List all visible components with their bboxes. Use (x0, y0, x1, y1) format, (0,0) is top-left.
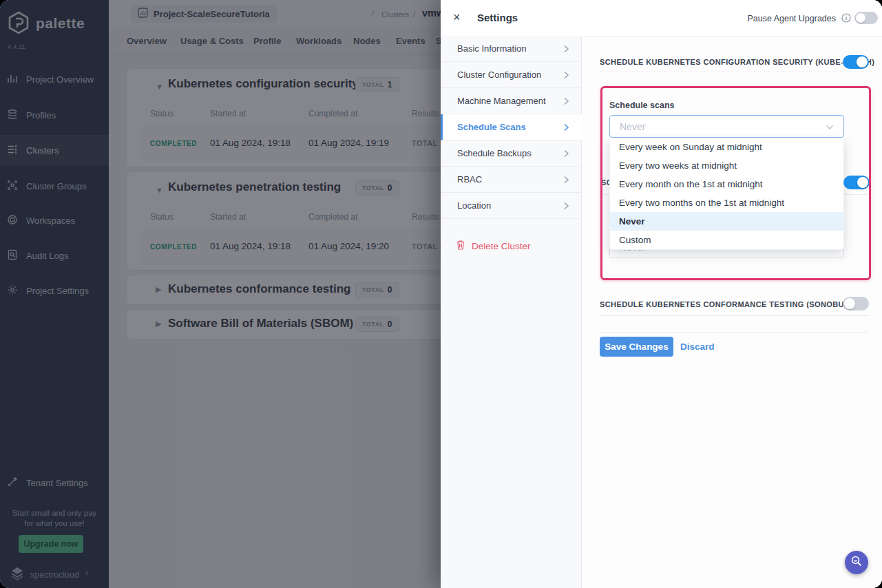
nav-schedule-scans[interactable]: Schedule Scans (441, 114, 582, 140)
option-never[interactable]: Never (610, 212, 843, 231)
option-every-two-months[interactable]: Every two months on the 1st at midnight (610, 193, 843, 212)
nav-label: Schedule Backups (457, 148, 532, 158)
nav-label: Schedule Scans (457, 122, 526, 132)
save-changes-button[interactable]: Save Changes (600, 337, 673, 357)
schedule-scans-label: Schedule scans (609, 101, 675, 110)
app-window: palette 4.4.11 Project Overview Profiles… (0, 0, 882, 588)
nav-cluster-configuration[interactable]: Cluster Configuration (441, 62, 582, 88)
nav-rbac[interactable]: RBAC (441, 167, 582, 193)
settings-drawer: × Settings Pause Agent Upgrades Basic In… (441, 0, 882, 588)
option-custom[interactable]: Custom (610, 231, 843, 249)
nav-basic-information[interactable]: Basic Information (441, 36, 582, 62)
nav-label: Cluster Configuration (457, 70, 541, 80)
option-every-month[interactable]: Every month on the 1st at midnight (610, 175, 843, 193)
search-feedback-fab[interactable] (845, 551, 868, 574)
nav-machine-management[interactable]: Machine Management (441, 88, 582, 114)
divider (600, 72, 869, 72)
option-every-week[interactable]: Every week on Sunday at midnight (610, 138, 843, 156)
discard-button[interactable]: Discard (680, 342, 715, 352)
nav-location[interactable]: Location (441, 193, 582, 219)
drawer-nav: Basic Information Cluster Configuration … (441, 36, 582, 588)
modal-backdrop[interactable] (0, 0, 441, 588)
kube-bench-label: SCHEDULE KUBERNETES CONFIGURATION SECURI… (600, 58, 874, 66)
sonobuoy-label: SCHEDULE KUBERNETES CONFORMANCE TESTING … (600, 300, 859, 308)
drawer-header: × Settings Pause Agent Upgrades (441, 0, 882, 36)
pause-agent-upgrades-label: Pause Agent Upgrades (744, 14, 836, 23)
nav-label: Machine Management (457, 96, 546, 106)
close-icon[interactable]: × (453, 10, 461, 25)
nav-schedule-backups[interactable]: Schedule Backups (441, 140, 582, 167)
kube-bench-toggle[interactable] (843, 55, 869, 69)
chevron-down-icon (826, 121, 834, 132)
select-value: Never (620, 121, 645, 132)
drawer-title: Settings (477, 12, 518, 23)
trash-icon (456, 240, 465, 252)
divider (600, 315, 869, 316)
nav-label: RBAC (457, 174, 482, 185)
info-icon[interactable] (841, 13, 851, 25)
delete-cluster-label: Delete Cluster (472, 241, 531, 251)
divider (600, 332, 869, 333)
nav-label: Location (457, 200, 491, 211)
sonobuoy-toggle[interactable] (843, 297, 869, 311)
option-every-two-weeks[interactable]: Every two weeks at midnight (610, 156, 843, 175)
search-smile-icon (850, 555, 863, 570)
schedule-scans-dropdown: Every week on Sunday at midnight Every t… (609, 138, 844, 250)
pause-agent-upgrades-toggle[interactable] (854, 12, 878, 24)
kube-hunter-toggle[interactable] (843, 176, 870, 189)
delete-cluster-button[interactable]: Delete Cluster (441, 235, 582, 256)
nav-label: Basic Information (457, 43, 526, 54)
schedule-scans-select[interactable]: Never (609, 115, 844, 138)
